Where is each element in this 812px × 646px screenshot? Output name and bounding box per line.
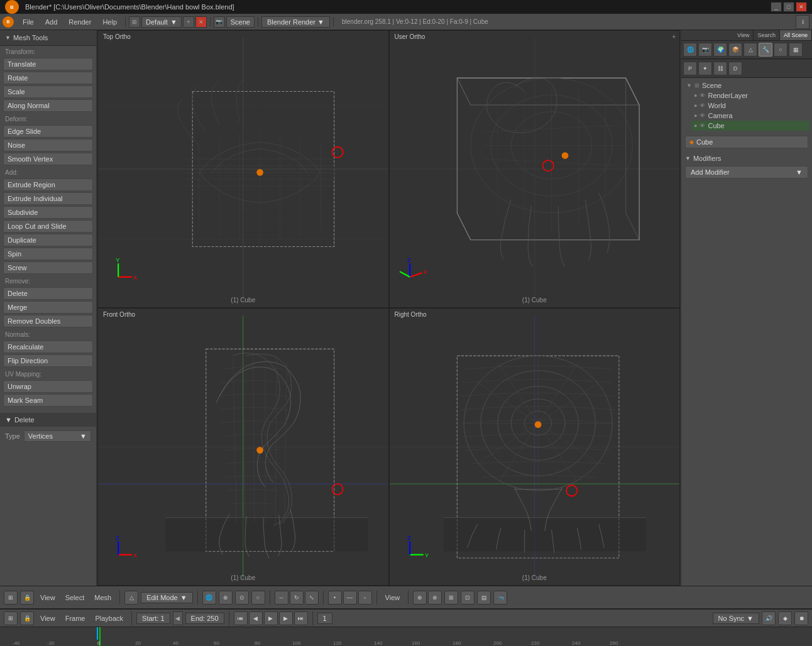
end-frame[interactable]: End: 250 [185,613,224,624]
viewport-right-ortho[interactable]: Right Ortho [389,308,681,586]
merge-button[interactable]: Merge [3,301,93,314]
bt-menu-mesh[interactable]: Mesh [91,593,115,603]
camera2-icon[interactable]: 📹 [493,591,507,605]
bt-menu-view[interactable]: View [36,593,59,603]
lock-icon[interactable]: 🔒 [20,591,34,605]
prev-frame-icon[interactable]: ◀ [249,611,263,625]
menu-render[interactable]: Render [63,17,96,27]
unwrap-button[interactable]: Unwrap [3,380,93,393]
overlay-icon[interactable]: ▤ [477,591,491,605]
tab-search[interactable]: Search [754,30,780,40]
viewport-top-ortho[interactable]: Top Ortho [97,30,389,308]
timeline-type-icon[interactable]: ⊞ [4,611,18,625]
viewport-user-ortho[interactable]: User Ortho + [389,30,681,308]
edit-mode-dropdown[interactable]: Edit Mode ▼ [141,592,192,603]
mesh-display2-icon[interactable]: ⊡ [461,591,475,605]
snap-icon[interactable]: ⊕ [413,591,427,605]
prev-key-icon[interactable]: ◀ [173,611,183,625]
noise-button[interactable]: Noise [3,139,93,151]
material-icon[interactable]: ○ [774,43,787,57]
timeline-body[interactable]: -40 -20 0 20 40 60 80 100 120 140 160 18… [0,627,812,646]
mesh-display-icon[interactable]: ⊞ [444,591,458,605]
extrude-individual-button[interactable]: Extrude Individual [3,192,93,205]
maximize-button[interactable]: □ [783,2,794,12]
mesh-icon[interactable]: △ [743,43,757,57]
scale-icon[interactable]: ⤡ [305,591,319,605]
scene-icon[interactable]: 🌐 [683,43,697,57]
data-icon[interactable]: D [728,62,742,75]
subdivide-button[interactable]: Subdivide [3,206,93,219]
screen-dropdown[interactable]: Default ▼ [141,16,182,28]
select-dot-icon[interactable]: • [328,591,342,605]
snap2-icon[interactable]: ⊗ [428,591,442,605]
tab-view[interactable]: View [733,30,754,40]
tree-item-scene[interactable]: ▼ ⊞ Scene [684,80,809,90]
close-button[interactable]: ✕ [796,2,807,12]
scene-dropdown[interactable]: Scene [226,16,255,28]
screw-button[interactable]: Screw [3,261,93,274]
timeline-lock-icon[interactable]: 🔒 [20,611,34,625]
delete-panel-header[interactable]: ▼ Delete [0,413,96,427]
tab-all-scene[interactable]: All Scene [780,30,812,40]
mesh-icon-small[interactable]: △ [124,591,138,605]
viewport-options-icon[interactable]: + [672,33,676,40]
render-layers-icon[interactable]: 📷 [698,43,712,57]
timeline-menu-frame[interactable]: Frame [62,613,89,623]
world-icon[interactable]: 🌍 [713,43,727,57]
jump-end-icon[interactable]: ⏭ [294,611,308,625]
menu-help[interactable]: Help [97,17,122,27]
edge-slide-button[interactable]: Edge Slide [3,125,93,138]
timeline-menu-view[interactable]: View [36,613,59,623]
duplicate-button[interactable]: Duplicate [3,234,93,246]
viewport-type-icon[interactable]: ⊞ [4,591,18,605]
globe-icon[interactable]: 🌐 [202,591,216,605]
magnet-icon[interactable]: ⊕ [219,591,233,605]
proportional-icon[interactable]: ○ [251,591,265,605]
magnet-type-icon[interactable]: ⊙ [235,591,249,605]
physics-icon[interactable]: P [683,62,697,75]
titlebar-controls[interactable]: _ □ ✕ [771,2,807,12]
object-name-field[interactable]: ◆ Cube [685,136,808,148]
next-frame-icon[interactable]: ▶ [279,611,293,625]
current-frame[interactable]: 1 [317,613,332,624]
translate-button[interactable]: Translate [3,58,93,70]
jump-start-icon[interactable]: ⏮ [234,611,248,625]
bt-menu-select[interactable]: Select [62,593,89,603]
remove-doubles-button[interactable]: Remove Doubles [3,315,93,327]
extrude-region-button[interactable]: Extrude Region [3,178,93,191]
spin-button[interactable]: Spin [3,248,93,260]
tree-item-world[interactable]: ● 👁 World [691,101,809,111]
loop-cut-slide-button[interactable]: Loop Cut and Slide [3,220,93,233]
del-screen-icon[interactable]: ✕ [195,16,207,28]
minimize-button[interactable]: _ [771,2,782,12]
smooth-vertex-button[interactable]: Smooth Vertex [3,153,93,165]
record-icon[interactable]: ⏺ [794,611,808,625]
add-modifier-button[interactable]: Add Modifier ▼ [685,166,808,178]
mesh-tools-header[interactable]: ▼ Mesh Tools [0,30,96,46]
render-engine-dropdown[interactable]: Blender Render ▼ [261,16,330,28]
texture-icon[interactable]: ▦ [789,43,803,57]
info-icon[interactable]: ℹ [796,15,809,29]
audio-icon[interactable]: 🔊 [762,611,776,625]
flip-direction-button[interactable]: Flip Direction [3,354,93,367]
timeline-menu-playback[interactable]: Playback [91,613,127,623]
particles-icon[interactable]: ✦ [698,62,712,75]
keyframe-icon[interactable]: ◆ [778,611,792,625]
tree-item-cube[interactable]: ● 👁 Cube [691,121,809,131]
along-normal-button[interactable]: Along Normal [3,99,93,112]
scale-button[interactable]: Scale [3,85,93,98]
select-edge-icon[interactable]: — [343,591,357,605]
tree-item-camera[interactable]: ● 👁 Camera [691,111,809,121]
recalculate-button[interactable]: Recalculate [3,341,93,353]
menu-file[interactable]: File [18,17,39,27]
constraints-icon[interactable]: ⛓ [713,62,727,75]
select-face-icon[interactable]: ▫ [358,591,372,605]
translate-icon[interactable]: ↔ [275,591,288,605]
tree-item-renderlayer[interactable]: ● 👁 RenderLayer [691,90,809,101]
bt-view-menu2[interactable]: View [381,593,404,603]
mark-seam-button[interactable]: Mark Seam [3,394,93,407]
viewport-front-ortho[interactable]: Front Ortho [97,308,389,586]
type-dropdown[interactable]: Vertices ▼ [24,430,91,442]
play-icon[interactable]: ▶ [264,611,278,625]
object-icon[interactable]: 📦 [728,43,742,57]
